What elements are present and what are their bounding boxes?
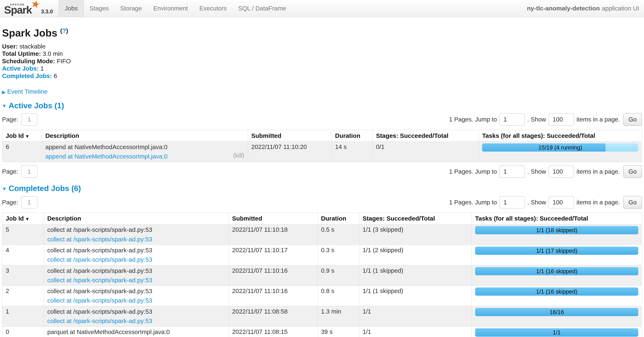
tab-sql-dataframe[interactable]: SQL / DataFrame	[232, 0, 292, 17]
jump-to-page-input[interactable]	[499, 165, 525, 178]
tasks-progress-bar: 15/19 (4 running)	[482, 143, 638, 152]
stat-scheduling-value: FIFO	[57, 58, 71, 65]
job-duration-cell: 0.9 s	[318, 265, 359, 286]
page-title: Spark Jobs (?)	[2, 25, 642, 38]
job-description-cell: collect at /spark-scripts/spark-ad.py:53…	[44, 224, 229, 245]
job-row: 0parquet at NativeMethodAccessorImpl.jav…	[2, 327, 642, 337]
page-number-input[interactable]	[21, 113, 38, 126]
tasks-progress-label: 1/1	[475, 328, 638, 337]
job-stages-cell: 1/1	[359, 327, 472, 337]
spark-wordmark: Spark	[4, 4, 32, 16]
tab-stages[interactable]: Stages	[84, 0, 114, 17]
header-stages[interactable]: Stages: Succeeded/Total	[372, 130, 478, 142]
job-stages-cell: 1/1 (2 skipped)	[359, 245, 472, 265]
header-duration[interactable]: Duration	[318, 213, 359, 224]
job-description-text: collect at /spark-scripts/spark-ad.py:53	[47, 308, 225, 315]
page-number-input[interactable]	[21, 165, 38, 178]
header-description[interactable]: Description	[44, 213, 229, 224]
job-stages-cell: 1/1 (3 skipped)	[359, 224, 472, 245]
stat-uptime: Total Uptime: 3.0 min	[2, 50, 642, 57]
spark-version: 3.3.0	[41, 8, 53, 16]
page-label: Page:	[2, 199, 18, 206]
job-id-cell: 3	[2, 265, 44, 286]
completed-jobs-section-header[interactable]: ▼Completed Jobs (6)	[2, 184, 642, 193]
tab-jobs[interactable]: Jobs	[58, 0, 84, 17]
tasks-progress-bar: 1/1	[475, 328, 638, 337]
spark-logo[interactable]: APACHE Spark ★ 3.3.0	[3, 0, 53, 17]
pagination-bar: Page: 1 Pages. Jump to . Show items in a…	[2, 165, 642, 179]
help-link[interactable]: ?	[62, 27, 66, 34]
page-content: Spark Jobs (?) User: stackable Total Upt…	[0, 25, 644, 337]
jump-to-page-input[interactable]	[499, 196, 525, 209]
page-title-text: Spark Jobs	[2, 27, 58, 39]
active-jobs-section-header[interactable]: ▼Active Jobs (1)	[2, 101, 642, 110]
show-text: . Show	[527, 199, 546, 206]
tab-executors[interactable]: Executors	[194, 0, 232, 17]
job-id-cell: 1	[2, 306, 44, 327]
job-description-text: append at NativeMethodAccessorImpl.java:…	[46, 143, 244, 151]
tasks-progress-label: 16/16	[475, 308, 638, 316]
go-button[interactable]: Go	[623, 113, 642, 126]
job-stages-cell: 1/1 (1 skipped)	[359, 265, 472, 286]
items-text: items in a page.	[576, 116, 620, 123]
job-submitted-cell: 2022/11/07 11:10:18	[229, 224, 318, 245]
job-row: 2collect at /spark-scripts/spark-ad.py:5…	[2, 286, 642, 306]
application-name: ny-tlc-anomaly-detection	[527, 5, 600, 12]
completed-jobs-link[interactable]: Completed Jobs:	[2, 72, 52, 79]
job-row: 5collect at /spark-scripts/spark-ad.py:5…	[2, 224, 642, 245]
job-description-text: collect at /spark-scripts/spark-ad.py:53	[47, 267, 225, 275]
stat-user-value: stackable	[20, 43, 46, 50]
items-per-page-input[interactable]	[548, 196, 574, 209]
items-per-page-input[interactable]	[548, 165, 574, 178]
job-stages-cell: 0/1	[372, 141, 478, 162]
help-sup: (?)	[60, 27, 68, 34]
header-job-id[interactable]: Job Id▼	[2, 213, 44, 224]
job-tasks-cell: 1/1 (16 skipped)	[472, 265, 642, 286]
header-tasks[interactable]: Tasks (for all stages): Succeeded/Total	[479, 130, 642, 142]
header-tasks[interactable]: Tasks (for all stages): Succeeded/Total	[472, 213, 642, 224]
header-stages[interactable]: Stages: Succeeded/Total	[359, 213, 472, 224]
summary-stats: User: stackable Total Uptime: 3.0 min Sc…	[2, 43, 642, 80]
active-jobs-link[interactable]: Active Jobs:	[2, 65, 38, 72]
event-timeline-toggle[interactable]: ▶Event Timeline	[2, 88, 642, 96]
header-job-id[interactable]: Job Id▼	[2, 130, 42, 142]
job-tasks-cell: 1/1	[472, 327, 642, 337]
page-number-input[interactable]	[21, 196, 38, 209]
job-detail-link[interactable]: append at NativeMethodAccessorImpl.java:…	[46, 153, 168, 160]
tab-environment[interactable]: Environment	[148, 0, 194, 17]
table-header-row: Job Id▼ Description Submitted Duration S…	[2, 213, 642, 224]
job-row: 3collect at /spark-scripts/spark-ad.py:5…	[2, 265, 642, 286]
header-duration[interactable]: Duration	[332, 130, 372, 142]
job-detail-link[interactable]: collect at /spark-scripts/spark-ad.py:53	[47, 277, 152, 284]
application-title: ny-tlc-anomaly-detection application UI	[527, 0, 639, 17]
kill-link[interactable]: (kill)	[233, 152, 244, 159]
job-detail-link[interactable]: collect at /spark-scripts/spark-ad.py:53	[47, 236, 152, 243]
job-detail-link[interactable]: collect at /spark-scripts/spark-ad.py:53	[47, 297, 152, 304]
header-description[interactable]: Description	[42, 130, 248, 142]
tab-storage[interactable]: Storage	[114, 0, 148, 17]
job-description-cell: collect at /spark-scripts/spark-ad.py:53…	[44, 286, 229, 306]
jump-to-page-input[interactable]	[499, 113, 525, 126]
job-submitted-cell: 2022/11/07 11:10:16	[229, 286, 318, 306]
stat-scheduling-mode: Scheduling Mode: FIFO	[2, 57, 642, 65]
job-detail-link[interactable]: collect at /spark-scripts/spark-ad.py:53	[47, 256, 152, 263]
items-text: items in a page.	[576, 168, 620, 175]
header-submitted[interactable]: Submitted	[248, 130, 332, 142]
tasks-progress-bar: 1/1 (17 skipped)	[475, 247, 638, 255]
stat-active-value: 1	[40, 65, 44, 72]
job-submitted-cell: 2022/11/07 11:08:15	[229, 327, 318, 337]
spark-star-icon: ★	[30, 0, 41, 10]
go-button[interactable]: Go	[623, 165, 642, 178]
job-description-cell: collect at /spark-scripts/spark-ad.py:53…	[44, 306, 229, 327]
job-duration-cell: 0.8 s	[318, 286, 359, 306]
expanded-arrow-icon: ▼	[2, 103, 6, 108]
stat-user-label: User:	[2, 43, 18, 50]
job-detail-link[interactable]: collect at /spark-scripts/spark-ad.py:53	[47, 318, 152, 325]
job-id-cell: 4	[2, 245, 44, 265]
job-tasks-cell: 1/1 (17 skipped)	[472, 245, 642, 265]
go-button[interactable]: Go	[623, 196, 642, 209]
job-tasks-cell: 1/1 (16 skipped)	[472, 286, 642, 306]
sort-desc-icon: ▼	[25, 216, 30, 222]
items-per-page-input[interactable]	[548, 113, 574, 126]
header-submitted[interactable]: Submitted	[229, 213, 318, 224]
